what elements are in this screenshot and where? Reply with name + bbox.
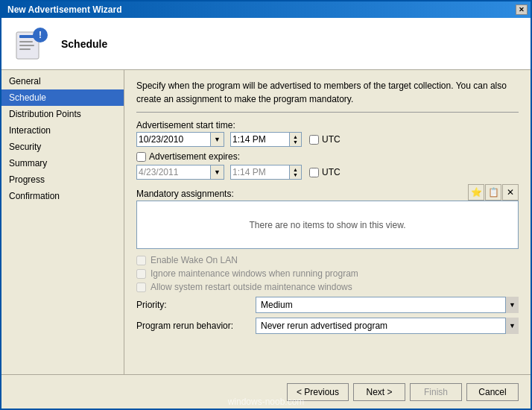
priority-select-wrapper: Low Medium High ▼: [256, 297, 519, 313]
start-time-input[interactable]: [230, 132, 290, 147]
mandatory-toolbar: Mandatory assignments: ⭐ 📋 ✕: [136, 184, 519, 201]
mandatory-label: Mandatory assignments:: [136, 189, 234, 199]
title-bar-buttons: ✕: [516, 4, 528, 15]
sidebar-item-confirmation[interactable]: Confirmation: [1, 188, 124, 204]
expires-row: Advertisement expires:: [136, 151, 519, 162]
expires-date-dropdown-btn[interactable]: ▼: [211, 165, 224, 180]
header-title: Schedule: [61, 38, 107, 50]
mandatory-empty-text: There are no items to show in this view.: [249, 220, 405, 230]
rerun-row: Program rerun behavior: Never rerun adve…: [136, 318, 519, 334]
start-date-input[interactable]: [136, 132, 211, 147]
footer: < Previous Next > Finish Cancel: [1, 374, 531, 409]
sidebar-item-general[interactable]: General: [1, 73, 124, 89]
next-button[interactable]: Next >: [353, 383, 405, 401]
main-content: Specify when the program will be adverti…: [124, 70, 531, 374]
cancel-button[interactable]: Cancel: [466, 383, 519, 401]
rerun-select[interactable]: Never rerun advertised program Always re…: [256, 318, 519, 334]
priority-row: Priority: Low Medium High ▼: [136, 297, 519, 313]
allow-restart-row: Allow system restart outside maintenance…: [136, 282, 519, 292]
start-time-label: Advertisement start time:: [136, 120, 519, 130]
rerun-label: Program rerun behavior:: [136, 321, 256, 331]
mandatory-edit-btn[interactable]: 📋: [485, 184, 501, 201]
previous-button[interactable]: < Previous: [287, 383, 349, 401]
wizard-icon: !: [13, 26, 49, 62]
window-title: New Advertisement Wizard: [7, 4, 122, 15]
wake-on-lan-row: Enable Wake On LAN: [136, 255, 519, 265]
sidebar-item-schedule[interactable]: Schedule: [1, 89, 124, 106]
header-area: ! Schedule: [1, 18, 531, 70]
sidebar-item-distribution[interactable]: Distribution Points: [1, 106, 124, 122]
ignore-maintenance-checkbox: [136, 269, 146, 279]
allow-restart-checkbox: [136, 283, 146, 292]
expires-time-group: ▼ ▲▼ UTC: [136, 165, 519, 180]
start-utc-label: UTC: [322, 134, 341, 145]
start-time-spin[interactable]: ▲▼: [290, 132, 302, 147]
mandatory-delete-btn[interactable]: ✕: [502, 184, 519, 201]
title-bar: New Advertisement Wizard ✕: [1, 1, 531, 18]
svg-text:!: !: [39, 30, 42, 40]
start-date-dropdown-btn[interactable]: ▼: [211, 132, 224, 147]
expires-label: Advertisement expires:: [149, 151, 240, 162]
main-window: New Advertisement Wizard ✕ ! Schedule Ge…: [0, 0, 532, 410]
ignore-maintenance-row: Ignore maintenance windows when running …: [136, 268, 519, 279]
start-utc-check: UTC: [309, 134, 341, 145]
sidebar-item-interaction[interactable]: Interaction: [1, 122, 124, 139]
expires-utc-check: UTC: [309, 167, 341, 177]
mandatory-list: There are no items to show in this view.: [136, 201, 519, 249]
ignore-maintenance-label: Ignore maintenance windows when running …: [151, 268, 358, 279]
sidebar-item-progress[interactable]: Progress: [1, 171, 124, 188]
svg-rect-2: [19, 41, 33, 42]
svg-rect-3: [19, 45, 34, 46]
wake-on-lan-label: Enable Wake On LAN: [151, 255, 238, 265]
mandatory-star-btn[interactable]: ⭐: [468, 184, 484, 201]
wake-on-lan-checkbox: [136, 256, 146, 265]
expires-time-input[interactable]: [230, 165, 290, 180]
expires-checkbox[interactable]: [136, 152, 146, 162]
svg-rect-4: [19, 48, 31, 50]
allow-restart-label: Allow system restart outside maintenance…: [151, 282, 352, 292]
priority-select[interactable]: Low Medium High: [256, 297, 519, 313]
priority-label: Priority:: [136, 300, 256, 310]
start-time-group: ▼ ▲▼ UTC: [136, 132, 519, 147]
description-text: Specify when the program will be adverti…: [136, 79, 519, 113]
close-button[interactable]: ✕: [516, 4, 528, 15]
expires-utc-checkbox[interactable]: [309, 168, 319, 177]
content-area: General Schedule Distribution Points Int…: [1, 70, 531, 374]
rerun-select-wrapper: Never rerun advertised program Always re…: [256, 318, 519, 334]
sidebar-item-security[interactable]: Security: [1, 139, 124, 155]
expires-date-input[interactable]: [136, 165, 211, 180]
expires-time-spin[interactable]: ▲▼: [290, 165, 302, 180]
sidebar-item-summary[interactable]: Summary: [1, 155, 124, 171]
finish-button[interactable]: Finish: [410, 383, 462, 401]
expires-utc-label: UTC: [322, 167, 341, 177]
mandatory-icons: ⭐ 📋 ✕: [468, 184, 519, 201]
sidebar: General Schedule Distribution Points Int…: [1, 70, 124, 374]
start-utc-checkbox[interactable]: [309, 135, 319, 145]
